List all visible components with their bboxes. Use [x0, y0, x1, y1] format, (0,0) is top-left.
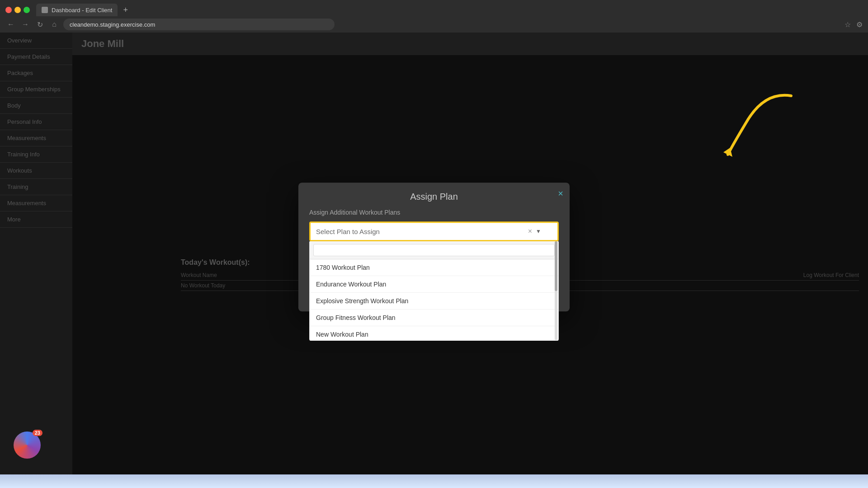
- plan-dropdown-wrapper: Select Plan to Assign × ▼ 1780 Workout P…: [309, 221, 559, 241]
- sidebar-item-measurements[interactable]: Measurements: [0, 130, 72, 146]
- background-page-header: Jone Mill: [72, 33, 868, 55]
- sidebar-item-more[interactable]: More: [0, 211, 72, 228]
- home-button[interactable]: ⌂: [49, 19, 60, 30]
- dropdown-option-endurance[interactable]: Endurance Workout Plan: [310, 276, 558, 293]
- active-tab[interactable]: Dashboard - Edit Client: [36, 4, 118, 16]
- dropdown-option-new-1[interactable]: New Workout Plan: [310, 326, 558, 341]
- dropdown-search-box: [310, 241, 558, 259]
- no-workouts-text: No Workout Today: [181, 282, 225, 289]
- sidebar-item-training[interactable]: Training: [0, 179, 72, 195]
- background-sidebar: Overview Payment Details Packages Group …: [0, 33, 72, 474]
- dropdown-scrollbar[interactable]: [555, 241, 557, 340]
- col-workout-name: Workout Name: [181, 272, 217, 278]
- dropdown-option-explosive[interactable]: Explosive Strength Workout Plan: [310, 293, 558, 310]
- dropdown-scrollbar-thumb: [555, 241, 557, 291]
- dropdown-arrow-icon: ▼: [536, 228, 541, 235]
- back-button[interactable]: ←: [5, 19, 16, 30]
- bookmark-icon[interactable]: ☆: [844, 20, 851, 29]
- window-minimize-button[interactable]: [14, 7, 21, 13]
- col-log-workout: Log Workout For Client: [803, 272, 859, 278]
- extensions-icon[interactable]: ⚙: [856, 20, 863, 29]
- modal-header: Assign Plan ×: [298, 183, 570, 209]
- assign-plan-modal: Assign Plan × Assign Additional Workout …: [298, 183, 570, 311]
- dropdown-option-1780[interactable]: 1780 Workout Plan: [310, 259, 558, 276]
- forward-button[interactable]: →: [20, 19, 31, 30]
- sidebar-item-measurements2[interactable]: Measurements: [0, 195, 72, 211]
- sidebar-item-payment[interactable]: Payment Details: [0, 49, 72, 65]
- dropdown-list: 1780 Workout Plan Endurance Workout Plan…: [309, 241, 559, 341]
- sidebar-item-body[interactable]: Body: [0, 98, 72, 114]
- dropdown-clear-button[interactable]: ×: [528, 227, 532, 235]
- sidebar-item-training-info[interactable]: Training Info: [0, 146, 72, 163]
- app-icon-badge: 23: [33, 430, 42, 436]
- address-bar: ← → ↻ ⌂ ☆ ⚙: [0, 16, 868, 33]
- window-maximize-button[interactable]: [24, 7, 30, 13]
- sidebar-item-packages[interactable]: Packages: [0, 65, 72, 81]
- sidebar-item-personal-info[interactable]: Personal Info: [0, 114, 72, 130]
- tab-favicon: [42, 7, 48, 13]
- taskbar: [0, 474, 868, 488]
- window-controls: [5, 7, 30, 13]
- dropdown-search-input[interactable]: [313, 244, 555, 256]
- modal-section-label: Assign Additional Workout Plans: [309, 209, 559, 216]
- plan-dropdown-select[interactable]: Select Plan to Assign × ▼: [309, 221, 559, 241]
- dropdown-placeholder: Select Plan to Assign: [316, 228, 528, 235]
- browser-chrome: Dashboard - Edit Client + ← → ↻ ⌂ ☆ ⚙: [0, 0, 868, 33]
- modal-title: Assign Plan: [410, 192, 458, 202]
- window-close-button[interactable]: [5, 7, 12, 13]
- dropdown-option-group-fitness[interactable]: Group Fitness Workout Plan: [310, 310, 558, 326]
- app-corner-icon[interactable]: 23: [14, 432, 41, 459]
- sidebar-item-group-memberships[interactable]: Group Memberships: [0, 81, 72, 98]
- new-tab-button[interactable]: +: [119, 5, 132, 16]
- tab-title: Dashboard - Edit Client: [52, 7, 112, 14]
- background-page-title: Jone Mill: [81, 38, 124, 50]
- reload-button[interactable]: ↻: [34, 19, 45, 30]
- modal-body: Assign Additional Workout Plans Select P…: [298, 209, 570, 311]
- tab-bar: Dashboard - Edit Client +: [0, 0, 868, 16]
- url-input[interactable]: [63, 19, 335, 30]
- sidebar-item-workouts[interactable]: Workouts: [0, 163, 72, 179]
- browser-icons: ☆ ⚙: [844, 20, 863, 29]
- main-content: Overview Payment Details Packages Group …: [0, 33, 868, 474]
- sidebar-item-overview[interactable]: Overview: [0, 33, 72, 49]
- modal-close-button[interactable]: ×: [558, 189, 563, 198]
